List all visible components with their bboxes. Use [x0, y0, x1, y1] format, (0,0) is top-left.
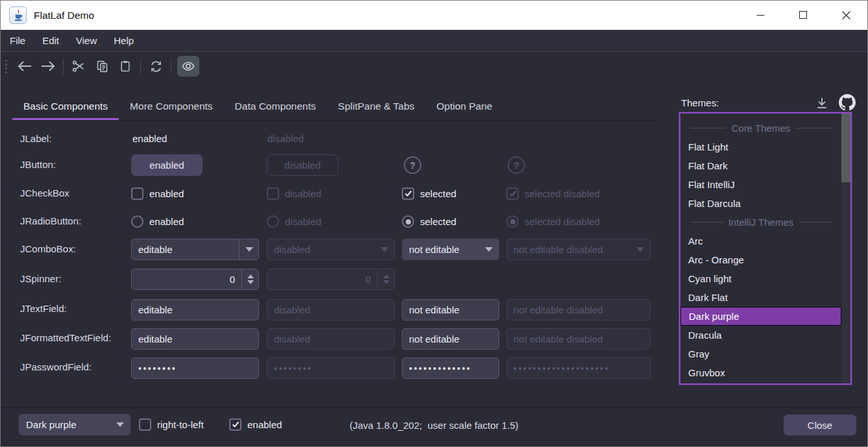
radio-selected[interactable]: selected [402, 215, 456, 228]
theme-item-flat-light[interactable]: Flat Light [680, 138, 841, 156]
theme-item-gray[interactable]: Gray [680, 344, 841, 363]
download-icon[interactable] [815, 96, 829, 110]
radio-label: disabled [285, 216, 321, 227]
tab-divider [12, 120, 656, 121]
window-title: FlatLaf Demo [34, 10, 94, 21]
checkbox-label: selected [420, 188, 456, 199]
menu-view[interactable]: View [68, 30, 105, 51]
forward-button[interactable] [36, 55, 60, 77]
combobox-value[interactable]: not editable [403, 239, 479, 260]
close-button-titlebar[interactable] [825, 1, 867, 30]
menu-edit[interactable]: Edit [34, 30, 68, 51]
tab-bar: Basic Components More Components Data Co… [12, 93, 504, 120]
checkbox-box [267, 187, 279, 200]
row-label-jcheckbox: JCheckBox [20, 187, 69, 199]
theme-item-dark-flat[interactable]: Dark Flat [680, 288, 841, 307]
radio-circle [267, 215, 279, 228]
spinner-enabled[interactable]: 0 [131, 269, 259, 290]
textfield-editable[interactable]: editable [131, 299, 259, 320]
spinner-value: 0 [267, 269, 377, 289]
minimize-button[interactable] [739, 1, 782, 30]
chevron-down-icon[interactable] [239, 239, 258, 260]
radio-enabled[interactable]: enabled [131, 215, 184, 228]
refresh-icon[interactable] [144, 55, 167, 77]
github-icon[interactable] [839, 94, 856, 111]
checkbox-enabled[interactable]: enabled [131, 187, 184, 200]
back-button[interactable] [13, 55, 36, 77]
passwordfield-editable[interactable]: •••••••• [131, 357, 259, 379]
theme-item-cyan-light[interactable]: Cyan light [680, 269, 841, 288]
maximize-button[interactable] [782, 1, 825, 30]
tab-more-components[interactable]: More Components [119, 93, 224, 120]
question-mark-icon: ? [410, 160, 415, 171]
menu-help[interactable]: Help [105, 30, 142, 51]
theme-item-flat-intellij[interactable]: Flat IntelliJ [680, 175, 841, 194]
spinner-arrows-icon[interactable] [242, 269, 258, 289]
formatted-textfield-not-editable[interactable]: not editable [402, 328, 499, 350]
textfield-disabled: disabled [267, 299, 395, 320]
radio-dot-icon [506, 215, 519, 228]
help-button-disabled: ? [508, 156, 525, 174]
help-button[interactable]: ? [404, 156, 421, 174]
checkbox-label: disabled [285, 188, 321, 199]
combobox-editable[interactable]: editable [131, 239, 259, 260]
theme-item-dark-purple-selected[interactable]: Dark purple [680, 307, 841, 326]
checkbox-label: selected disabled [525, 188, 600, 199]
cut-icon[interactable] [67, 55, 90, 77]
copy-icon[interactable] [90, 55, 114, 77]
row-label-jcombobox: JComboBox: [20, 243, 76, 254]
formatted-textfield-disabled: disabled [267, 328, 395, 350]
radio-label: selected [420, 216, 456, 227]
theme-item-gruvbox[interactable]: Gruvbox [680, 363, 841, 382]
checkbox-disabled: disabled [267, 187, 321, 200]
checkbox-selected-disabled: selected disabled [506, 187, 600, 200]
passwordfield-not-editable-disabled: •••••••••••••••••••• [506, 357, 651, 379]
scrollbar-thumb[interactable] [841, 114, 850, 182]
list-separator-core-themes: Core Themes [680, 119, 841, 138]
radio-label: enabled [149, 216, 184, 227]
textfield-not-editable-disabled: not editable disabled [506, 299, 651, 320]
jlabel-disabled: disabled [267, 133, 304, 144]
question-mark-icon: ? [514, 160, 519, 171]
status-text: (Java 1.8.0_202; user scale factor 1.5) [1, 420, 867, 431]
theme-item-arc-orange[interactable]: Arc - Orange [680, 250, 841, 269]
checkbox-selected[interactable]: selected [402, 187, 456, 200]
tab-splitpane-tabs[interactable]: SplitPane & Tabs [327, 93, 426, 120]
row-label-jtextfield: JTextField: [20, 303, 67, 314]
themes-label: Themes: [681, 97, 719, 108]
list-separator-label: Core Themes [732, 123, 791, 134]
themes-list[interactable]: Core Themes Flat Light Flat Dark Flat In… [679, 112, 852, 385]
paste-icon[interactable] [114, 55, 137, 77]
chevron-down-icon[interactable] [479, 239, 499, 260]
theme-item-flat-dark[interactable]: Flat Dark [680, 156, 841, 175]
combobox-value: disabled [267, 239, 375, 260]
combobox-value[interactable]: editable [132, 239, 239, 260]
theme-item-arc[interactable]: Arc [680, 232, 841, 250]
chevron-down-icon [375, 239, 394, 260]
tab-basic-components[interactable]: Basic Components [12, 93, 119, 120]
toolbar-grip-handle[interactable] [5, 60, 7, 73]
show-hidden-eye-toggle[interactable] [177, 56, 199, 77]
radio-disabled: disabled [267, 215, 321, 228]
spinner-value[interactable]: 0 [132, 269, 242, 289]
formatted-textfield-editable[interactable]: editable [131, 328, 259, 350]
radio-dot-icon [402, 215, 414, 228]
theme-item-flat-darcula[interactable]: Flat Darcula [680, 194, 841, 213]
menu-file[interactable]: File [1, 30, 34, 51]
tab-option-pane[interactable]: Option Pane [425, 93, 503, 120]
radio-circle [131, 215, 143, 228]
theme-item-dracula[interactable]: Dracula [680, 326, 841, 344]
enabled-button[interactable]: enabled [131, 154, 203, 176]
close-button[interactable]: Close [784, 415, 856, 435]
menu-bar: File Edit View Help [1, 30, 867, 52]
radio-selected-disabled: selected disabled [506, 215, 600, 228]
scrollbar[interactable] [841, 114, 850, 383]
row-label-jformattedtextfield: JFormattedTextField: [20, 332, 111, 343]
tab-data-components[interactable]: Data Components [224, 93, 327, 120]
combobox-not-editable[interactable]: not editable [402, 239, 499, 260]
list-separator-intellij-themes: IntelliJ Themes [680, 213, 841, 232]
app-window: FlatLaf Demo File Edit View Help [0, 0, 868, 447]
passwordfield-not-editable[interactable]: ••••••••••••• [402, 357, 499, 379]
textfield-not-editable[interactable]: not editable [402, 299, 499, 320]
row-label-jbutton: JButton: [20, 159, 56, 170]
